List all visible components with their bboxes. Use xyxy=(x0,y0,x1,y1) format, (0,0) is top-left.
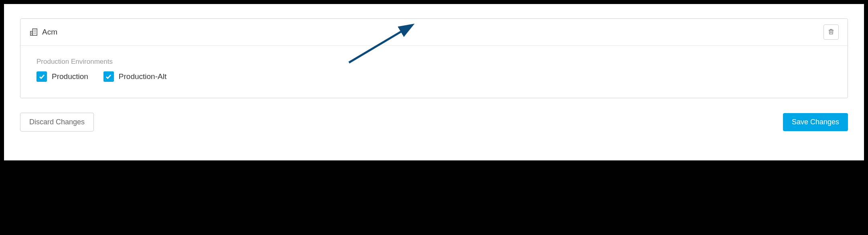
discard-changes-button[interactable]: Discard Changes xyxy=(20,113,94,132)
save-changes-button[interactable]: Save Changes xyxy=(783,113,848,131)
checkbox-checked-icon xyxy=(37,71,47,82)
card-body: Production Environments Production Produ… xyxy=(20,46,848,98)
svg-rect-0 xyxy=(32,29,37,36)
card-title: Acm xyxy=(42,28,57,36)
page-container: Acm Production Environments xyxy=(4,4,864,160)
actions-row: Discard Changes Save Changes xyxy=(20,113,848,132)
checkbox-checked-icon xyxy=(103,71,114,82)
organization-card: Acm Production Environments xyxy=(20,18,848,98)
section-label: Production Environments xyxy=(37,58,831,66)
environment-checkbox-production[interactable]: Production xyxy=(37,71,88,82)
svg-rect-1 xyxy=(30,31,33,35)
checkbox-label: Production xyxy=(52,72,88,81)
delete-button[interactable] xyxy=(823,24,839,40)
organization-icon xyxy=(29,28,38,36)
environment-checkbox-production-alt[interactable]: Production-Alt xyxy=(103,71,166,82)
checkbox-label: Production-Alt xyxy=(119,72,166,81)
environment-checkbox-row: Production Production-Alt xyxy=(37,71,831,82)
card-header-left: Acm xyxy=(29,28,57,36)
trash-icon xyxy=(827,28,835,37)
card-header: Acm xyxy=(20,19,848,46)
